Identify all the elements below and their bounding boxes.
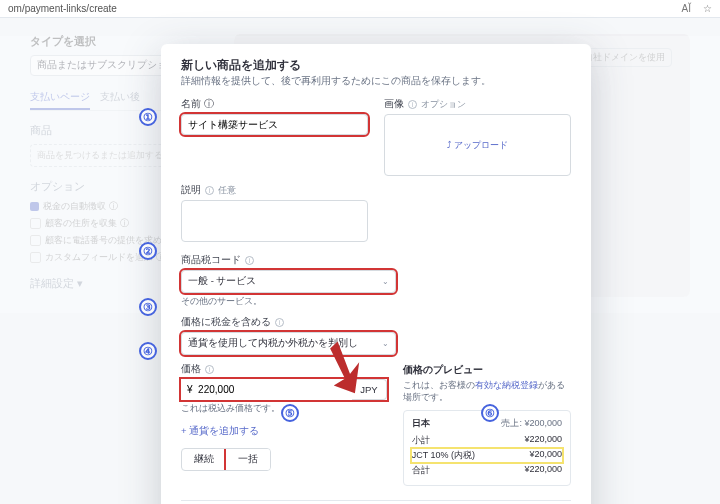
name-label: 名前 ⓘ xyxy=(181,98,214,111)
taxcode-hint: その他のサービス。 xyxy=(181,295,396,308)
name-input[interactable] xyxy=(181,114,368,135)
info-icon: i xyxy=(205,186,214,195)
browser-icons: AĬ ☆ xyxy=(682,3,712,14)
info-icon: i xyxy=(245,256,254,265)
taxbehavior-select[interactable]: 通貨を使用して内税か外税かを判別し⌄ xyxy=(181,332,396,355)
modal-title: 新しい商品を追加する xyxy=(181,58,571,73)
badge-6: ⑥ xyxy=(481,404,499,422)
modal-subtitle: 詳細情報を提供して、後で再利用するためにこの商品を保存します。 xyxy=(181,75,571,88)
badge-1: ① xyxy=(139,108,157,126)
text-size-icon: AĬ xyxy=(682,3,691,14)
desc-optional: 任意 xyxy=(218,184,236,197)
url-text: om/payment-links/create xyxy=(8,3,117,14)
recurring-toggle[interactable]: 継続 一括 xyxy=(181,448,271,471)
badge-5: ⑤ xyxy=(281,404,299,422)
image-upload[interactable]: ⤴ アップロード xyxy=(384,114,571,176)
price-input[interactable] xyxy=(181,379,352,400)
info-icon: i xyxy=(408,100,417,109)
taxcode-label: 商品税コード xyxy=(181,254,241,267)
add-product-modal: 新しい商品を追加する 詳細情報を提供して、後で再利用するためにこの商品を保存しま… xyxy=(161,44,591,504)
badge-4: ④ xyxy=(139,342,157,360)
image-label: 画像 xyxy=(384,98,404,111)
badge-3: ③ xyxy=(139,298,157,316)
image-optional: オプション xyxy=(421,98,466,111)
desc-input[interactable] xyxy=(181,200,368,242)
currency-select[interactable]: JPY xyxy=(352,379,386,400)
desc-label: 説明 xyxy=(181,184,201,197)
preview-title: 価格のプレビュー xyxy=(403,363,571,377)
toggle-continuous[interactable]: 継続 xyxy=(182,449,226,470)
toggle-onetime[interactable]: 一括 xyxy=(226,449,270,470)
add-currency-link[interactable]: + 通貨を追加する xyxy=(181,425,387,438)
price-label: 価格 xyxy=(181,363,201,376)
preview-note: これは、お客様の有効な納税登録がある場所です。 xyxy=(403,380,571,404)
chevron-down-icon: ⌄ xyxy=(382,277,389,286)
chevron-down-icon: ⌄ xyxy=(382,339,389,348)
badge-2: ② xyxy=(139,242,157,260)
info-icon: i xyxy=(205,365,214,374)
taxbehavior-label: 価格に税金を含める xyxy=(181,316,271,329)
star-icon: ☆ xyxy=(703,3,712,14)
taxcode-select[interactable]: 一般 - サービス⌄ xyxy=(181,270,396,293)
info-icon: i xyxy=(275,318,284,327)
